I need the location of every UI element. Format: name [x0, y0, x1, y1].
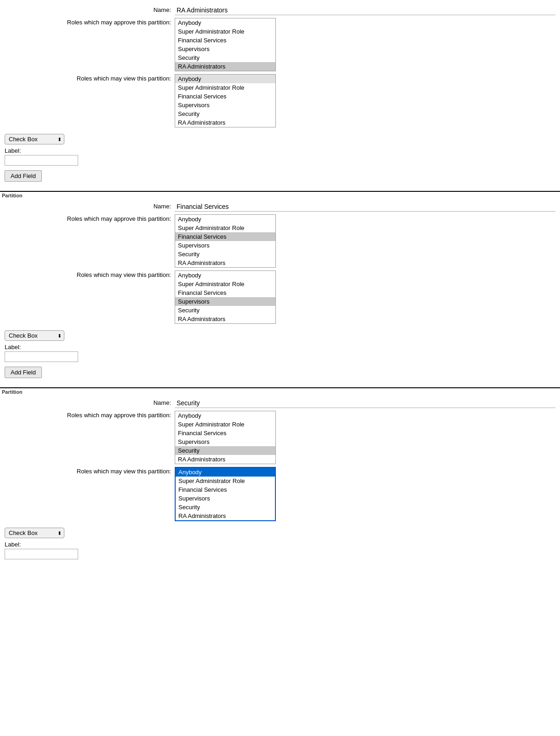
view-option-anybody-1[interactable]: Anybody — [175, 75, 275, 83]
view-option-ra-2[interactable]: RA Administrators — [175, 315, 275, 323]
view-option-supervisors-3[interactable]: Supervisors — [176, 494, 275, 503]
view-list-3: Anybody Super Administrator Role Financi… — [175, 467, 555, 521]
view-option-anybody-3[interactable]: Anybody — [176, 468, 275, 477]
partition-label-2: Partition — [0, 191, 560, 199]
field-type-wrapper-2: Check Box Text Field Date Number — [5, 330, 64, 341]
approve-option-supervisors-3[interactable]: Supervisors — [175, 437, 275, 446]
approve-row-1: Roles which may approve this partition: … — [0, 18, 560, 71]
view-list-2: Anybody Super Administrator Role Financi… — [175, 270, 555, 324]
add-field-wrapper-2: Add Field — [0, 364, 560, 383]
name-label-1: Name: — [5, 6, 175, 13]
partition-section-1: Name: Roles which may approve this parti… — [0, 0, 560, 186]
view-option-ra-1[interactable]: RA Administrators — [175, 118, 275, 127]
view-listbox-2[interactable]: Anybody Super Administrator Role Financi… — [175, 270, 276, 324]
approve-list-3: Anybody Super Administrator Role Financi… — [175, 411, 555, 464]
field-type-select-1[interactable]: Check Box Text Field Date Number — [5, 134, 64, 144]
approve-option-security-2[interactable]: Security — [175, 250, 275, 259]
name-input-1[interactable] — [175, 6, 555, 15]
view-option-supervisors-2[interactable]: Supervisors — [175, 297, 275, 306]
approve-listbox-3[interactable]: Anybody Super Administrator Role Financi… — [175, 411, 276, 464]
approve-list-2: Anybody Super Administrator Role Financi… — [175, 214, 555, 268]
view-option-security-2[interactable]: Security — [175, 306, 275, 315]
label-input-3[interactable] — [5, 549, 78, 559]
field-type-select-2[interactable]: Check Box Text Field Date Number — [5, 330, 64, 341]
view-row-1: Roles which may view this partition: Any… — [0, 74, 560, 127]
label-row-2: Label: — [0, 343, 560, 364]
approve-label-2: Roles which may approve this partition: — [5, 214, 175, 222]
label-text-3: Label: — [5, 541, 21, 548]
view-option-financial-3[interactable]: Financial Services — [176, 485, 275, 494]
approve-listbox-1[interactable]: Anybody Super Administrator Role Financi… — [175, 18, 276, 71]
name-row-2: Name: — [0, 202, 560, 212]
view-option-super-2[interactable]: Super Administrator Role — [175, 280, 275, 288]
approve-row-3: Roles which may approve this partition: … — [0, 411, 560, 464]
name-label-2: Name: — [5, 202, 175, 210]
field-type-wrapper-3: Check Box Text Field Date Number — [5, 528, 64, 538]
approve-option-anybody-2[interactable]: Anybody — [175, 215, 275, 224]
approve-option-anybody-1[interactable]: Anybody — [175, 18, 275, 27]
approve-option-financial-3[interactable]: Financial Services — [175, 429, 275, 437]
name-field-3 — [175, 398, 555, 408]
label-input-2[interactable] — [5, 351, 78, 362]
field-type-wrapper-1: Check Box Text Field Date Number — [5, 134, 64, 144]
label-input-1[interactable] — [5, 155, 78, 166]
approve-option-anybody-3[interactable]: Anybody — [175, 411, 275, 420]
name-input-2[interactable] — [175, 202, 555, 212]
view-row-2: Roles which may view this partition: Any… — [0, 270, 560, 324]
view-listbox-1[interactable]: Anybody Super Administrator Role Financi… — [175, 74, 276, 127]
label-row-3: Label: — [0, 540, 560, 561]
view-option-super-3[interactable]: Super Administrator Role — [176, 477, 275, 485]
partition-section-2: Partition Name: Roles which may approve … — [0, 186, 560, 383]
field-type-select-3[interactable]: Check Box Text Field Date Number — [5, 528, 64, 538]
approve-option-security-1[interactable]: Security — [175, 53, 275, 62]
view-label-3: Roles which may view this partition: — [5, 467, 175, 475]
label-row-1: Label: — [0, 146, 560, 167]
approve-option-financial-2[interactable]: Financial Services — [175, 232, 275, 241]
label-text-2: Label: — [5, 344, 21, 351]
add-field-wrapper-1: Add Field — [0, 167, 560, 186]
add-field-button-1[interactable]: Add Field — [5, 170, 42, 182]
name-row-1: Name: — [0, 6, 560, 15]
view-option-financial-2[interactable]: Financial Services — [175, 288, 275, 297]
approve-option-ra-1[interactable]: RA Administrators — [175, 62, 275, 71]
view-option-security-3[interactable]: Security — [176, 503, 275, 512]
label-text-1: Label: — [5, 147, 21, 154]
add-field-button-2[interactable]: Add Field — [5, 367, 42, 378]
view-option-supervisors-1[interactable]: Supervisors — [175, 101, 275, 109]
field-type-row-3: Check Box Text Field Date Number — [0, 524, 560, 540]
view-option-ra-3[interactable]: RA Administrators — [176, 512, 275, 520]
approve-option-supervisors-2[interactable]: Supervisors — [175, 241, 275, 250]
view-option-super-1[interactable]: Super Administrator Role — [175, 83, 275, 92]
approve-option-security-3[interactable]: Security — [175, 446, 275, 455]
approve-option-supervisors-1[interactable]: Supervisors — [175, 45, 275, 53]
approve-list-1: Anybody Super Administrator Role Financi… — [175, 18, 555, 71]
approve-option-ra-2[interactable]: RA Administrators — [175, 259, 275, 267]
view-label-1: Roles which may view this partition: — [5, 74, 175, 82]
name-input-3[interactable] — [175, 398, 555, 408]
view-listbox-3[interactable]: Anybody Super Administrator Role Financi… — [175, 467, 276, 521]
approve-option-financial-1[interactable]: Financial Services — [175, 36, 275, 45]
name-row-3: Name: — [0, 398, 560, 408]
view-list-1: Anybody Super Administrator Role Financi… — [175, 74, 555, 127]
partition-label-3: Partition — [0, 387, 560, 396]
name-field-1 — [175, 6, 555, 15]
name-label-3: Name: — [5, 398, 175, 406]
approve-option-super-2[interactable]: Super Administrator Role — [175, 224, 275, 232]
approve-label-3: Roles which may approve this partition: — [5, 411, 175, 419]
approve-option-super-3[interactable]: Super Administrator Role — [175, 420, 275, 429]
approve-row-2: Roles which may approve this partition: … — [0, 214, 560, 268]
partition-section-3: Partition Name: Roles which may approve … — [0, 383, 560, 561]
view-label-2: Roles which may view this partition: — [5, 270, 175, 278]
approve-label-1: Roles which may approve this partition: — [5, 18, 175, 26]
field-type-row-1: Check Box Text Field Date Number — [0, 130, 560, 146]
approve-option-ra-3[interactable]: RA Administrators — [175, 455, 275, 464]
view-option-financial-1[interactable]: Financial Services — [175, 92, 275, 101]
field-type-row-2: Check Box Text Field Date Number — [0, 327, 560, 343]
view-option-security-1[interactable]: Security — [175, 109, 275, 118]
approve-listbox-2[interactable]: Anybody Super Administrator Role Financi… — [175, 214, 276, 268]
approve-option-super-1[interactable]: Super Administrator Role — [175, 27, 275, 36]
view-option-anybody-2[interactable]: Anybody — [175, 271, 275, 280]
name-field-2 — [175, 202, 555, 212]
view-row-3: Roles which may view this partition: Any… — [0, 467, 560, 521]
